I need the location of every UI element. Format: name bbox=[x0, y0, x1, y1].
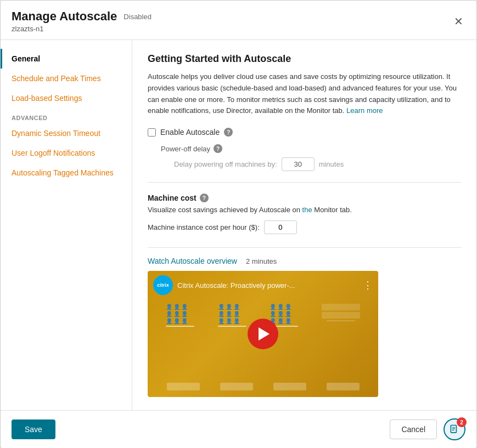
sidebar-item-dynamic-session[interactable]: Dynamic Session Timeout bbox=[1, 123, 132, 143]
modal-header: Manage Autoscale Disabled zlzazts-n1 ✕ bbox=[1, 1, 476, 40]
enable-autoscale-row: Enable Autoscale ? bbox=[148, 128, 461, 137]
video-thumbnail[interactable]: citrix Citrix Autoscale: Proactively pow… bbox=[148, 271, 378, 397]
cost-input[interactable] bbox=[264, 220, 297, 234]
video-top-bar: citrix Citrix Autoscale: Proactively pow… bbox=[148, 271, 378, 299]
header-top: Manage Autoscale Disabled bbox=[12, 9, 452, 24]
cost-row: Machine instance cost per hour ($): bbox=[148, 220, 461, 234]
power-off-row: Power-off delay ? bbox=[161, 144, 461, 153]
power-off-label: Power-off delay bbox=[161, 145, 210, 153]
advanced-section-label: ADVANCED bbox=[1, 108, 132, 123]
video-bottom-icons bbox=[148, 383, 378, 390]
machine-cost-title: Machine cost ? bbox=[148, 194, 461, 202]
section-title: Getting Started with Autoscale bbox=[148, 53, 461, 65]
power-off-help-icon[interactable]: ? bbox=[214, 144, 222, 153]
delay-row: Delay powering off machines by: minutes bbox=[174, 157, 461, 171]
enable-autoscale-checkbox[interactable] bbox=[148, 128, 156, 137]
modal-subtitle: zlzazts-n1 bbox=[12, 25, 452, 33]
modal-title: Manage Autoscale bbox=[12, 9, 117, 24]
modal-body: General Schedule and Peak Times Load-bas… bbox=[1, 40, 476, 410]
divider bbox=[148, 182, 461, 183]
citrix-logo: citrix bbox=[153, 275, 173, 295]
sidebar-item-user-logoff[interactable]: User Logoff Notifications bbox=[1, 143, 132, 163]
cost-label: Machine instance cost per hour ($): bbox=[148, 223, 260, 231]
header-left: Manage Autoscale Disabled zlzazts-n1 bbox=[12, 9, 452, 33]
enable-autoscale-label: Enable Autoscale bbox=[160, 128, 220, 137]
video-section: Watch Autoscale overview 2 minutes citri… bbox=[148, 247, 461, 397]
delay-label: Delay powering off machines by: bbox=[174, 160, 277, 168]
machine-cost-desc: Visualize cost savings achieved by Autos… bbox=[148, 206, 461, 214]
sidebar-item-schedule-peak[interactable]: Schedule and Peak Times bbox=[1, 69, 132, 88]
delay-input[interactable] bbox=[282, 157, 315, 171]
footer-right: Cancel 2 bbox=[390, 418, 465, 440]
description-text: Autoscale helps you deliver cloud use ca… bbox=[148, 71, 461, 117]
bottom-server-4 bbox=[327, 383, 360, 390]
play-button[interactable] bbox=[248, 319, 278, 349]
bottom-server-3 bbox=[273, 383, 306, 390]
main-content: Getting Started with Autoscale Autoscale… bbox=[132, 40, 476, 410]
video-menu-dots-icon[interactable]: ⋮ bbox=[363, 279, 373, 291]
video-header: Watch Autoscale overview 2 minutes bbox=[148, 257, 461, 265]
sidebar-item-general[interactable]: General bbox=[1, 49, 132, 69]
machine-cost-section: Machine cost ? Visualize cost savings ac… bbox=[148, 194, 461, 234]
bottom-server-1 bbox=[167, 383, 200, 390]
notification-button[interactable]: 2 bbox=[444, 418, 465, 440]
notification-badge: 2 bbox=[457, 417, 467, 427]
delay-unit: minutes bbox=[319, 160, 344, 168]
play-triangle-icon bbox=[259, 327, 270, 341]
video-link[interactable]: Watch Autoscale overview bbox=[148, 257, 237, 265]
sidebar-item-load-based[interactable]: Load-based Settings bbox=[1, 88, 132, 108]
save-button[interactable]: Save bbox=[12, 419, 55, 439]
video-title-text: Citrix Autoscale: Proactively power-... bbox=[177, 281, 358, 290]
manage-autoscale-modal: Manage Autoscale Disabled zlzazts-n1 ✕ G… bbox=[0, 0, 477, 448]
cancel-button[interactable]: Cancel bbox=[390, 419, 437, 439]
video-duration: 2 minutes bbox=[246, 257, 277, 265]
modal-footer: Save Cancel 2 bbox=[1, 410, 476, 448]
close-button[interactable]: ✕ bbox=[452, 14, 465, 29]
sidebar: General Schedule and Peak Times Load-bas… bbox=[1, 40, 132, 410]
bottom-server-2 bbox=[220, 383, 253, 390]
learn-more-link[interactable]: Learn more bbox=[346, 106, 383, 115]
status-badge: Disabled bbox=[124, 13, 151, 21]
machine-cost-help-icon[interactable]: ? bbox=[200, 194, 209, 202]
sidebar-item-autoscaling-tagged[interactable]: Autoscaling Tagged Machines bbox=[1, 163, 132, 183]
enable-autoscale-help-icon[interactable]: ? bbox=[224, 128, 233, 137]
